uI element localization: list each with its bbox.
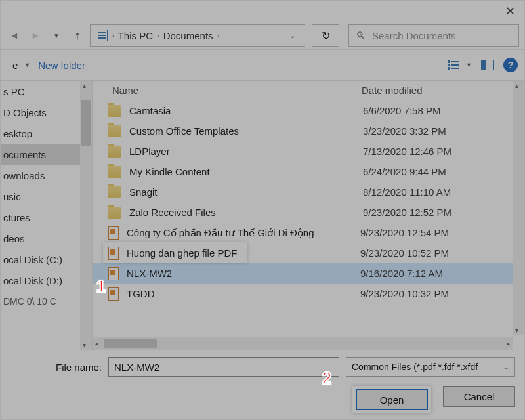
refresh-button[interactable]: ↻: [312, 24, 339, 47]
search-input[interactable]: 🔍︎ Search Documents: [348, 24, 519, 47]
view-options[interactable]: ▼: [448, 60, 472, 70]
chevron-right-icon: ›: [157, 32, 159, 39]
file-date: 6/6/2020 7:58 PM: [356, 105, 513, 116]
up-button[interactable]: ↑: [69, 27, 86, 44]
file-row[interactable]: LDPlayer7/13/2020 12:46 PM: [93, 141, 513, 161]
filetype-dropdown[interactable]: Common Files (*.pdf *.fdf *.xfdf ⌄: [346, 357, 515, 377]
sidebar-item[interactable]: D Objects: [1, 102, 92, 123]
breadcrumb-root[interactable]: This PC: [118, 30, 153, 41]
sidebar-item[interactable]: usic: [1, 186, 92, 207]
sidebar-item-trailing[interactable]: DMC 0\ 10 C: [1, 291, 92, 312]
file-scrollbar-h[interactable]: [93, 337, 513, 350]
organize-menu[interactable]: e: [7, 60, 23, 71]
sidebar-scrollbar[interactable]: [80, 81, 92, 350]
dialog-body: s PCD Objectsesktopocumentsownloadsusicc…: [1, 81, 524, 350]
sidebar-item[interactable]: ocuments: [1, 144, 92, 165]
file-date: 9/23/2020 12:54 PM: [354, 227, 513, 238]
file-scrollbar-v[interactable]: [513, 81, 524, 335]
file-name: Zalo Received Files: [129, 207, 356, 218]
folder-icon: [108, 105, 121, 117]
file-row[interactable]: Snagit8/12/2020 11:10 AM: [93, 182, 513, 202]
file-list: Camtasia6/6/2020 7:58 PMCustom Office Te…: [93, 100, 513, 335]
folder-icon: [108, 125, 121, 137]
file-pane: Name Date modified Camtasia6/6/2020 7:58…: [93, 81, 524, 350]
forward-button[interactable]: ►: [27, 27, 44, 44]
address-bar[interactable]: › This PC › Documents › ⌄: [90, 24, 305, 47]
file-open-dialog: ✕ ◄ ► ▼ ↑ › This PC › Documents › ⌄ ↻ 🔍︎…: [0, 0, 525, 420]
file-name: Huong dan ghep file PDF: [127, 247, 354, 259]
toolbar: e ▼ New folder ▼ ?: [1, 49, 524, 81]
file-name: TGDD: [127, 288, 354, 299]
search-icon: 🔍︎: [356, 30, 366, 41]
preview-pane-button[interactable]: [481, 60, 494, 70]
file-name: My Kindle Content: [129, 166, 356, 177]
nav-row: ◄ ► ▼ ↑ › This PC › Documents › ⌄ ↻ 🔍︎ S…: [1, 22, 524, 49]
scrollbar-thumb[interactable]: [104, 339, 157, 348]
cancel-button[interactable]: Cancel: [443, 386, 515, 407]
sidebar-item[interactable]: ctures: [1, 207, 92, 228]
breadcrumb-folder[interactable]: Documents: [163, 30, 213, 41]
sidebar-item[interactable]: ownloads: [1, 165, 92, 186]
list-view-icon: [448, 60, 459, 70]
file-date: 9/23/2020 10:52 PM: [354, 247, 513, 259]
filename-label: File name:: [10, 362, 102, 373]
column-header: Name Date modified: [93, 81, 524, 100]
file-name: Camtasia: [129, 105, 356, 116]
chevron-down-icon: ⌄: [503, 363, 509, 371]
file-row[interactable]: Zalo Received Files9/23/2020 12:52 PM: [93, 202, 513, 222]
open-button-highlight: Open: [352, 386, 431, 413]
file-date: 3/23/2020 3:32 PM: [356, 125, 513, 136]
file-date: 9/23/2020 10:32 PM: [354, 288, 513, 299]
sidebar-item[interactable]: s PC: [1, 81, 92, 102]
location-icon: [96, 30, 108, 41]
address-dropdown[interactable]: ⌄: [285, 32, 299, 40]
new-folder-button[interactable]: New folder: [30, 60, 93, 71]
sidebar-item[interactable]: esktop: [1, 123, 92, 144]
help-button[interactable]: ?: [503, 58, 518, 72]
file-row[interactable]: Công ty Cổ phần Đầu tư Thế Giới Di Động9…: [93, 222, 513, 243]
column-name[interactable]: Name: [93, 85, 355, 96]
close-icon[interactable]: ✕: [505, 4, 515, 18]
titlebar: ✕: [1, 1, 524, 22]
column-date[interactable]: Date modified: [355, 85, 524, 96]
folder-icon: [108, 166, 121, 178]
file-name: Snagit: [129, 186, 356, 198]
sidebar-item[interactable]: ocal Disk (D:): [1, 270, 92, 291]
chevron-right-icon: ›: [112, 32, 114, 39]
folder-icon: [108, 146, 121, 158]
pdf-file-icon: [108, 287, 119, 301]
folder-icon: [108, 207, 121, 219]
search-placeholder: Search Documents: [372, 30, 456, 41]
pdf-file-icon: [108, 247, 119, 260]
file-row[interactable]: Custom Office Templates3/23/2020 3:32 PM: [93, 121, 513, 141]
file-name: LDPlayer: [129, 146, 356, 157]
pdf-file-icon: [108, 226, 119, 240]
chevron-right-icon: ›: [217, 32, 220, 39]
button-row: Open Cancel: [10, 386, 515, 413]
file-row[interactable]: My Kindle Content6/24/2020 9:44 PM: [93, 161, 513, 182]
chevron-down-icon: ▼: [24, 62, 30, 68]
file-row[interactable]: NLX-MW29/16/2020 7:12 AM: [93, 263, 513, 284]
back-button[interactable]: ◄: [6, 27, 23, 44]
sidebar-item[interactable]: ocal Disk (C:): [1, 249, 92, 270]
file-row[interactable]: Huong dan ghep file PDF9/23/2020 10:52 P…: [93, 243, 513, 263]
file-date: 6/24/2020 9:44 PM: [356, 166, 513, 177]
open-button[interactable]: Open: [356, 389, 428, 410]
file-name: NLX-MW2: [127, 268, 354, 279]
pdf-file-icon: [108, 267, 119, 280]
file-row[interactable]: TGDD9/23/2020 10:32 PM: [93, 284, 513, 304]
sidebar: s PCD Objectsesktopocumentsownloadsusicc…: [1, 81, 93, 350]
file-date: 9/16/2020 7:12 AM: [354, 268, 513, 279]
scrollbar-thumb[interactable]: [81, 100, 91, 146]
file-row[interactable]: Camtasia6/6/2020 7:58 PM: [93, 100, 513, 121]
filename-input[interactable]: [108, 357, 339, 377]
filename-row: File name: Common Files (*.pdf *.fdf *.x…: [10, 357, 515, 377]
file-date: 8/12/2020 11:10 AM: [356, 186, 513, 198]
folder-icon: [108, 186, 121, 198]
sidebar-item[interactable]: deos: [1, 228, 92, 249]
recent-locations[interactable]: ▼: [48, 27, 65, 44]
file-name: Công ty Cổ phần Đầu tư Thế Giới Di Động: [127, 227, 354, 239]
chevron-down-icon: ▼: [466, 62, 472, 68]
dialog-footer: File name: Common Files (*.pdf *.fdf *.x…: [1, 350, 524, 420]
file-date: 9/23/2020 12:52 PM: [356, 207, 513, 218]
